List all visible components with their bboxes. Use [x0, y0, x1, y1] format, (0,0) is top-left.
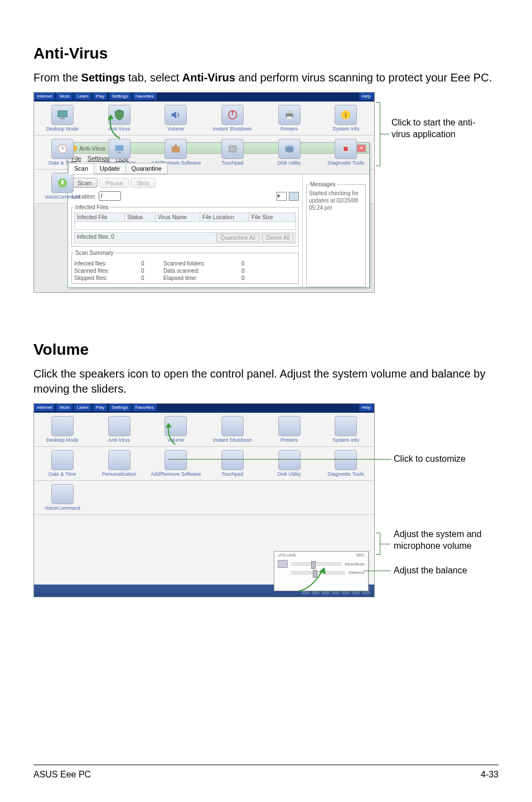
antivirus-main-pane: Scan Pause Stop Location: ▾ Infected Fil… [68, 175, 302, 287]
launcher-label: Printers [261, 126, 318, 132]
col-virus-name: Virus Name [156, 213, 200, 221]
topbar-help[interactable]: Help [359, 93, 374, 102]
svg-text:i: i [345, 111, 347, 119]
launcher-diagnostic-tools[interactable]: Diagnostic Tools [317, 450, 374, 477]
browse-folder-icon[interactable] [289, 192, 299, 201]
system-info-icon: i [335, 105, 357, 125]
scan-summary-group: Scan Summary infected files:0 Scanned fo… [71, 250, 299, 284]
tab-internet[interactable]: Internet [34, 93, 55, 100]
callout-bracket-icon [376, 102, 380, 166]
tab-internet[interactable]: Internet [34, 404, 55, 411]
launcher-volume[interactable]: Volume [147, 105, 204, 132]
section-heading-antivirus: Anti-Virus [33, 45, 499, 62]
launcher-label: Touchpad [204, 160, 261, 166]
launcher-add-remove-software[interactable]: Add/Remove Software [147, 450, 204, 477]
launcher-touchpad[interactable]: Touchpad [204, 450, 261, 477]
summary-value: 0 [241, 260, 264, 267]
summary-label: Scanned folders: [163, 260, 241, 267]
launcher-voicecommand[interactable]: VoiceCommand [34, 484, 91, 511]
launcher-system-info[interactable]: i System Info [317, 105, 374, 132]
summary-label: Data scanned: [163, 268, 241, 274]
section-intro-antivirus: From the Settings tab, select Anti-Virus… [33, 70, 499, 85]
summary-value: 0 [141, 260, 163, 267]
section-heading-volume: Volume [33, 341, 499, 359]
date-time-icon [51, 450, 74, 470]
tab-play[interactable]: Play [93, 93, 108, 100]
pointer-arrow-icon [106, 113, 123, 141]
summary-label: Scanned files: [74, 268, 141, 274]
launcher-label: Volume [147, 126, 204, 132]
pointer-arrow-icon [165, 422, 178, 447]
tab-favorites[interactable]: Favorites [133, 404, 157, 411]
location-input[interactable] [99, 191, 121, 201]
launcher-desktop-mode[interactable]: Desktop Mode [34, 105, 91, 132]
tab-work[interactable]: Work [56, 404, 72, 411]
launcher-disk-utility[interactable]: Disk Utility [261, 450, 318, 477]
tab-learn[interactable]: Learn [74, 404, 91, 411]
tab-learn[interactable]: Learn [74, 93, 91, 100]
launcher-row-1: Desktop Mode Anti-Virus Volume Instant S… [34, 102, 374, 136]
launcher-printers[interactable]: Printers [261, 105, 318, 132]
svg-rect-1 [60, 118, 64, 119]
tab-quarantine[interactable]: Quarantine [125, 163, 168, 174]
volume-slider[interactable] [291, 562, 341, 566]
tab-favorites[interactable]: Favorites [133, 93, 157, 100]
voicecommand-icon [51, 484, 74, 504]
intro-text: and perform virus scanning to protect yo… [235, 71, 492, 84]
tab-settings[interactable]: Settings [109, 93, 131, 100]
launcher-touchpad[interactable]: Touchpad [204, 139, 261, 166]
callout-line-icon [380, 544, 390, 544]
antivirus-window-title: Anti-Virus [79, 145, 105, 152]
pause-button[interactable]: Pause [99, 178, 129, 188]
location-dropdown[interactable]: ▾ [277, 192, 287, 201]
callout-customize: Click to customize [394, 453, 505, 465]
launcher-label: System Info [317, 126, 374, 132]
launcher-system-info[interactable]: System Info [317, 416, 374, 443]
desktop-mode-icon [51, 416, 74, 436]
tab-update[interactable]: Update [94, 163, 125, 174]
section-intro-volume: Click the speakers icon to open the cont… [33, 366, 499, 397]
tab-play[interactable]: Play [93, 404, 108, 411]
personalization-icon [108, 450, 130, 470]
launcher-date-time[interactable]: Date & Time [34, 450, 91, 477]
launcher-label: Personalization [91, 471, 148, 477]
screenshot-antivirus: Internet Work Learn Play Settings Favori… [33, 92, 499, 293]
close-button[interactable]: ✕ [357, 144, 366, 152]
topbar-help[interactable]: Help [359, 404, 374, 411]
launcher-instant-shutdown[interactable]: Instant Shutdown [204, 105, 261, 132]
pointer-arrow-icon [296, 566, 329, 594]
launcher-desktop-mode[interactable]: Desktop Mode [34, 416, 91, 443]
tab-work[interactable]: Work [56, 93, 72, 100]
summary-value: 0 [241, 275, 264, 281]
touchpad-icon [221, 450, 244, 470]
mic-mute-checkbox[interactable]: Mute [355, 562, 365, 567]
tab-scan[interactable]: Scan [68, 163, 94, 174]
footer-left: ASUS Eee PC [33, 770, 91, 780]
callout-antivirus: Click to start the anti-virus applicatio… [391, 117, 481, 141]
quarantine-all-button[interactable]: Quarantine All [216, 234, 259, 242]
launcher-printers[interactable]: Printers [261, 416, 318, 443]
launcher-add-remove-software[interactable]: Add/Remove Software [147, 139, 204, 166]
screenshot-volume: Internet Work Learn Play Settings Favori… [33, 403, 499, 597]
launcher-label: Anti-Virus [91, 437, 148, 443]
mute-checkbox[interactable]: Mute [345, 562, 355, 567]
scan-button[interactable]: Scan [71, 178, 98, 188]
launcher-personalization[interactable]: Personalization [91, 450, 148, 477]
delete-all-button[interactable]: Delete All [262, 234, 293, 242]
launcher-diagnostic-tools[interactable]: Diagnostic Tools [317, 139, 374, 166]
footer-page-number: 4-33 [481, 770, 499, 780]
menu-settings[interactable]: Settings [88, 155, 110, 162]
printers-icon [278, 105, 301, 125]
personalization-icon [108, 139, 130, 159]
launcher-label: Instant Shutdown [204, 437, 261, 443]
app-topbar-2: Internet Work Learn Play Settings Favori… [34, 404, 374, 413]
launcher-disk-utility[interactable]: Disk Utility [261, 139, 318, 166]
stop-button[interactable]: Stop [130, 178, 156, 188]
launcher-instant-shutdown[interactable]: Instant Shutdown [204, 416, 261, 443]
launcher-antivirus[interactable]: Anti-Virus [91, 416, 148, 443]
add-remove-icon [165, 450, 187, 470]
svg-rect-13 [118, 152, 121, 153]
launcher-label: Disk Utility [261, 471, 318, 477]
diagnostic-tools-icon [335, 139, 357, 159]
tab-settings[interactable]: Settings [109, 404, 131, 411]
